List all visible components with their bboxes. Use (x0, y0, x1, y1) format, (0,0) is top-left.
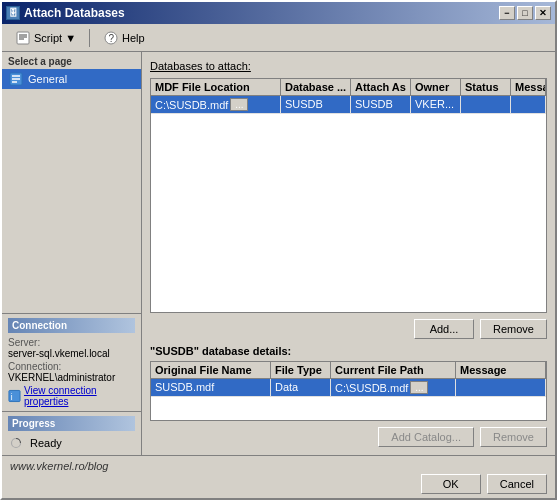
help-button[interactable]: ? Help (96, 27, 152, 49)
header-status: Status (461, 79, 511, 95)
add-catalog-button[interactable]: Add Catalog... (378, 427, 474, 447)
cell-database: SUSDB (281, 96, 351, 113)
connection-label: Connection: (8, 361, 135, 372)
databases-grid: MDF File Location Database ... Attach As… (150, 78, 547, 313)
details-grid-header: Original File Name File Type Current Fil… (151, 362, 546, 379)
databases-label: Databases to attach: (150, 60, 251, 72)
detail-cell-message (456, 379, 546, 396)
maximize-button[interactable]: □ (517, 6, 533, 20)
bottom-bar: www.vkernel.ro/blog OK Cancel (2, 455, 555, 498)
header-owner: Owner (411, 79, 461, 95)
help-icon: ? (103, 30, 119, 46)
main-window: 🗄 Attach Databases − □ ✕ Script ▼ (0, 0, 557, 500)
close-button[interactable]: ✕ (535, 6, 551, 20)
sidebar-item-general[interactable]: General (2, 69, 141, 89)
connection-section: Connection Server: server-sql.vkemel.loc… (2, 313, 141, 411)
connection-header: Connection (8, 318, 135, 333)
details-buttons-row: Add Catalog... Remove (150, 427, 547, 447)
select-page-label: Select a page (2, 52, 141, 69)
server-label: Server: (8, 337, 135, 348)
ok-cancel-row: OK Cancel (10, 474, 547, 494)
cell-status (461, 96, 511, 113)
view-connection-link[interactable]: i View connection properties (8, 385, 135, 407)
cancel-button[interactable]: Cancel (487, 474, 547, 494)
svg-text:i: i (11, 392, 13, 402)
table-row[interactable]: SUSDB.mdf Data C:\SUSDB.mdf ... (151, 379, 546, 397)
details-remove-button[interactable]: Remove (480, 427, 547, 447)
right-panel: Databases to attach: MDF File Location D… (142, 52, 555, 455)
details-label: "SUSDB" database details: (150, 345, 547, 357)
general-icon (8, 71, 24, 87)
view-connection-label: View connection properties (24, 385, 135, 407)
cell-attach-as: SUSDB (351, 96, 411, 113)
cell-owner: VKER... (411, 96, 461, 113)
header-current-path: Current File Path (331, 362, 456, 378)
title-bar: 🗄 Attach Databases − □ ✕ (2, 2, 555, 24)
progress-section: Progress Ready (2, 411, 141, 455)
header-message2: Message (456, 362, 546, 378)
header-mdf-location: MDF File Location (151, 79, 281, 95)
databases-section-label: Databases to attach: (150, 60, 547, 72)
header-attach-as: Attach As (351, 79, 411, 95)
table-row[interactable]: C:\SUSDB.mdf ... SUSDB SUSDB VKER... (151, 96, 546, 114)
databases-grid-wrapper: MDF File Location Database ... Attach As… (150, 78, 547, 313)
script-icon (15, 30, 31, 46)
connection-value: VKERNEL\administrator (8, 372, 135, 383)
script-dropdown-icon: ▼ (65, 32, 76, 44)
path-browse-button[interactable]: ... (410, 381, 428, 394)
main-content: Select a page General Connection Server:… (2, 52, 555, 455)
header-file-type: File Type (271, 362, 331, 378)
details-grid: Original File Name File Type Current Fil… (150, 361, 547, 421)
databases-grid-header: MDF File Location Database ... Attach As… (151, 79, 546, 96)
progress-spinner (8, 435, 24, 451)
progress-header: Progress (8, 416, 135, 431)
header-original-file: Original File Name (151, 362, 271, 378)
script-label: Script (34, 32, 62, 44)
left-panel: Select a page General Connection Server:… (2, 52, 142, 455)
general-label: General (28, 73, 67, 85)
toolbar-separator (89, 29, 90, 47)
header-database: Database ... (281, 79, 351, 95)
server-value: server-sql.vkemel.local (8, 348, 135, 359)
detail-cell-original-file: SUSDB.mdf (151, 379, 271, 396)
svg-text:?: ? (109, 33, 115, 44)
watermark: www.vkernel.ro/blog (10, 460, 547, 472)
detail-cell-file-type: Data (271, 379, 331, 396)
progress-status: Ready (30, 437, 62, 449)
detail-cell-current-path: C:\SUSDB.mdf ... (331, 379, 456, 396)
title-bar-buttons: − □ ✕ (499, 6, 551, 20)
cell-message (511, 96, 546, 113)
minimize-button[interactable]: − (499, 6, 515, 20)
toolbar: Script ▼ ? Help (2, 24, 555, 52)
script-button[interactable]: Script ▼ (8, 27, 83, 49)
window-icon: 🗄 (6, 6, 20, 20)
add-button[interactable]: Add... (414, 319, 474, 339)
header-message: Message (511, 79, 546, 95)
window-title: Attach Databases (24, 6, 125, 20)
remove-button[interactable]: Remove (480, 319, 547, 339)
cell-mdf-location: C:\SUSDB.mdf ... (151, 96, 281, 113)
svg-rect-0 (17, 32, 29, 44)
help-label: Help (122, 32, 145, 44)
ok-button[interactable]: OK (421, 474, 481, 494)
top-buttons-row: Add... Remove (150, 319, 547, 339)
details-section: "SUSDB" database details: Original File … (150, 345, 547, 421)
progress-content: Ready (8, 435, 135, 451)
mdf-browse-button[interactable]: ... (230, 98, 248, 111)
